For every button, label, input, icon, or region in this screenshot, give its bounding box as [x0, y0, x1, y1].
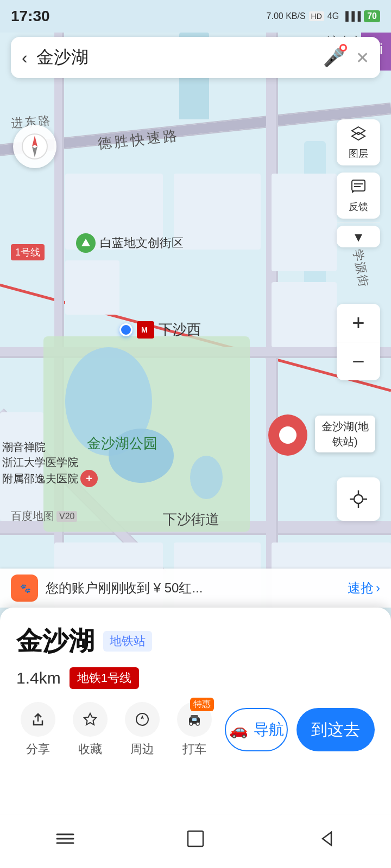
- svg-marker-37: [352, 127, 365, 135]
- map-area[interactable]: 进东路 德胜快速路 学源街 1号线 白蓝地文创街区 M 下沙西 金沙湖公园 潮音…: [0, 33, 391, 629]
- location-button[interactable]: [337, 477, 380, 521]
- svg-rect-2: [179, 87, 209, 119]
- search-query[interactable]: 金沙湖: [36, 46, 323, 69]
- star-icon-container: [73, 702, 108, 737]
- nav-back-button[interactable]: [310, 822, 342, 855]
- network-speed: 7.00 KB/S: [267, 11, 306, 21]
- svg-rect-13: [54, 33, 62, 629]
- layers-icon: [350, 125, 367, 145]
- hospital3-row: 附属邵逸夫医院 +: [2, 470, 98, 487]
- svg-marker-38: [352, 132, 365, 140]
- panel-divider2: [337, 222, 380, 222]
- feedback-icon: [350, 178, 367, 198]
- bottom-panel: 金沙湖 地铁站 1.4km 地铁1号线 分享 收藏: [0, 608, 391, 814]
- zoom-controls: + −: [337, 304, 380, 380]
- place-info-row: 1.4km 地铁1号线: [16, 667, 375, 689]
- nearby-label: 周边: [130, 741, 154, 757]
- taxi-special-badge: 特惠: [190, 698, 214, 711]
- attraction-label: 白蓝地文创街区: [76, 233, 184, 253]
- street-label: 下沙街道: [163, 510, 219, 529]
- metro-line1-badge: 1号线: [11, 244, 45, 260]
- voice-search-button[interactable]: 🎤: [323, 47, 345, 68]
- search-bar: ‹ 金沙湖 🎤 ✕: [11, 37, 380, 78]
- nearby-button[interactable]: 周边: [121, 702, 164, 757]
- feedback-button[interactable]: 反馈: [337, 173, 380, 219]
- nav-menu-button[interactable]: [49, 822, 81, 855]
- svg-marker-49: [84, 713, 96, 725]
- more-button[interactable]: ▾: [337, 226, 380, 247]
- svg-point-21: [190, 456, 223, 499]
- network-icon: 4G: [327, 11, 339, 21]
- svg-text:M: M: [141, 326, 148, 334]
- compass[interactable]: [13, 125, 56, 168]
- zoom-in-button[interactable]: +: [337, 304, 380, 342]
- map-controls-top: 图层 反馈 ▾: [337, 119, 380, 247]
- map-pin-jinsahu: 金沙湖(地铁站): [266, 412, 310, 469]
- collect-button[interactable]: 收藏: [68, 702, 112, 757]
- hospital3-label: 附属邵逸夫医院: [2, 471, 78, 486]
- navigate-label: 导航: [254, 719, 284, 740]
- chevron-down-icon: ▾: [355, 228, 362, 246]
- share-label: 分享: [26, 741, 50, 757]
- metro-line-badge: 地铁1号线: [70, 667, 139, 689]
- svg-rect-24: [272, 174, 337, 271]
- search-back-button[interactable]: ‹: [22, 48, 28, 68]
- layers-button[interactable]: 图层: [337, 119, 380, 165]
- metro-station-icon: M: [137, 321, 154, 339]
- svg-point-42: [354, 495, 363, 503]
- svg-rect-25: [272, 282, 337, 347]
- navigate-button[interactable]: 🚗 导航: [225, 708, 288, 751]
- station-label-xiashax: M 下沙西: [119, 320, 201, 339]
- hospital-area: 潮音禅院 浙江大学医学院 附属邵逸夫医院 +: [2, 439, 98, 487]
- svg-text:🐾: 🐾: [20, 583, 31, 593]
- layers-label: 图层: [349, 147, 368, 160]
- attraction-name: 白蓝地文创街区: [100, 235, 184, 251]
- nav-home-button[interactable]: [179, 822, 212, 855]
- notification-action-arrow: ›: [376, 580, 380, 596]
- hospital2-label: 浙江大学医学院: [2, 455, 98, 470]
- feedback-label: 反馈: [349, 200, 368, 213]
- action-buttons: 分享 收藏 周边 特惠: [16, 702, 375, 757]
- car-icon: 🚗: [229, 721, 248, 739]
- zoom-out-button[interactable]: −: [337, 342, 380, 380]
- svg-marker-51: [141, 715, 144, 719]
- notification-action-label: 速抢: [348, 579, 374, 597]
- user-location-dot: [119, 323, 133, 336]
- status-icons: 7.00 KB/S HD 4G ▐▐▐ 70: [267, 10, 380, 22]
- hospital-plus-icon: +: [80, 470, 98, 487]
- svg-rect-26: [65, 260, 119, 315]
- svg-point-36: [279, 426, 297, 444]
- taxi-icon-container: 特惠: [177, 702, 212, 737]
- hospital1-label: 潮音禅院: [2, 439, 98, 455]
- bottom-nav: [0, 814, 391, 868]
- svg-point-55: [196, 722, 199, 725]
- signal-icon: ▐▐▐: [342, 11, 361, 21]
- zoom-btn-group: + −: [337, 304, 380, 380]
- notification-text: 您的账户刚刚收到 ¥ 50红...: [46, 579, 348, 597]
- place-name: 金沙湖: [16, 624, 94, 659]
- taxi-label: 打车: [182, 741, 206, 757]
- hd-badge: HD: [309, 11, 324, 21]
- map-pin-label: 金沙湖(地铁站): [315, 416, 375, 452]
- svg-rect-53: [191, 715, 198, 718]
- station-name-xiashax: 下沙西: [159, 320, 201, 339]
- panel-divider1: [337, 169, 380, 169]
- svg-rect-60: [188, 831, 203, 846]
- notification-banner: 🐾 您的账户刚刚收到 ¥ 50红... 速抢 ›: [0, 569, 391, 608]
- svg-marker-61: [323, 832, 331, 845]
- goto-label: 到这去: [311, 719, 360, 741]
- voice-notification-badge: [339, 44, 347, 52]
- share-button[interactable]: 分享: [16, 702, 60, 757]
- place-distance: 1.4km: [16, 669, 61, 687]
- map-brand-area: 百度地图 V20: [11, 509, 77, 524]
- goto-button[interactable]: 到这去: [297, 708, 375, 751]
- svg-rect-39: [352, 180, 365, 191]
- taxi-button[interactable]: 特惠 打车: [173, 702, 216, 757]
- notification-action-button[interactable]: 速抢 ›: [348, 579, 380, 597]
- attraction-icon: [76, 233, 96, 253]
- search-clear-button[interactable]: ✕: [356, 48, 369, 67]
- notification-icon: 🐾: [11, 575, 38, 602]
- explore-icon-container: [125, 702, 160, 737]
- place-type-badge: 地铁站: [103, 631, 152, 652]
- collect-label: 收藏: [78, 741, 102, 757]
